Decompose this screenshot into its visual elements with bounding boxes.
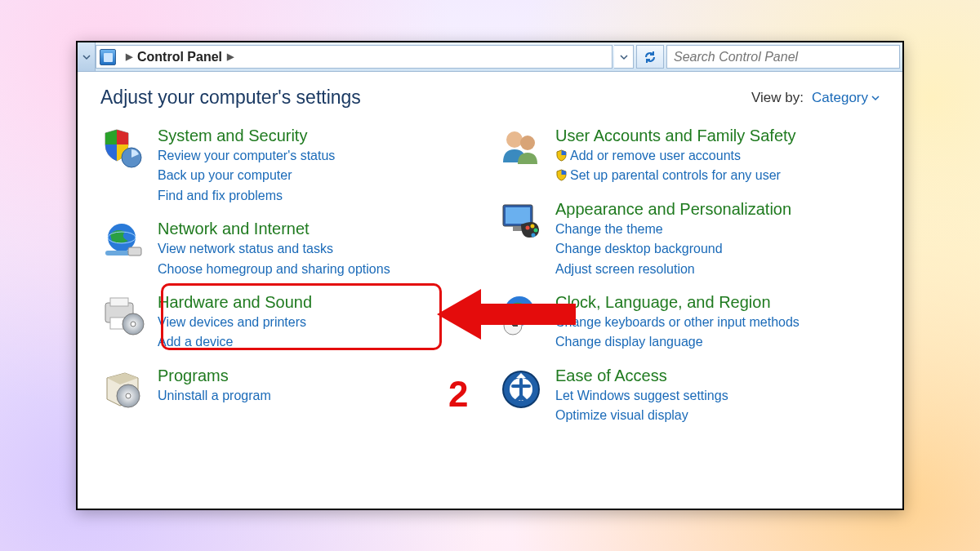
category-clock-language-region: Clock, Language, and Region Change keybo… bbox=[498, 293, 880, 352]
svg-point-12 bbox=[506, 131, 523, 148]
chevron-right-icon: ▶ bbox=[126, 51, 132, 62]
refresh-icon bbox=[644, 51, 657, 64]
svg-point-19 bbox=[534, 228, 538, 232]
content-area: Adjust your computer's settings View by:… bbox=[78, 72, 902, 509]
category-ease-of-access: Ease of Access Let Windows suggest setti… bbox=[498, 367, 880, 425]
category-link[interactable]: Back up your computer bbox=[158, 167, 335, 184]
chevron-down-icon bbox=[620, 53, 628, 61]
breadcrumb-location: Control Panel bbox=[137, 50, 222, 64]
category-column-right: User Accounts and Family Safety Add or r… bbox=[498, 127, 880, 425]
search-input[interactable] bbox=[674, 50, 893, 64]
address-bar: ▶ Control Panel ▶ bbox=[78, 42, 902, 72]
category-title[interactable]: Ease of Access bbox=[555, 367, 728, 385]
category-title[interactable]: Network and Internet bbox=[158, 220, 390, 238]
control-panel-icon bbox=[100, 49, 116, 65]
page-title: Adjust your computer's settings bbox=[100, 87, 361, 109]
box-disc-icon bbox=[100, 367, 146, 412]
category-link[interactable]: Change the theme bbox=[555, 220, 791, 238]
globe-clock-icon bbox=[498, 293, 544, 339]
category-link[interactable]: Review your computer's status bbox=[158, 147, 335, 165]
svg-rect-15 bbox=[506, 207, 530, 224]
category-link[interactable]: View devices and printers bbox=[158, 313, 312, 331]
category-title[interactable]: Hardware and Sound bbox=[158, 293, 312, 312]
monitor-palette-icon bbox=[498, 200, 544, 246]
shield-chart-icon bbox=[100, 127, 146, 172]
category-hardware-sound: Hardware and Sound View devices and prin… bbox=[100, 293, 482, 352]
category-network-internet: Network and Internet View network status… bbox=[100, 220, 482, 278]
svg-point-20 bbox=[532, 233, 536, 237]
category-programs: Programs Uninstall a program bbox=[100, 367, 482, 412]
globe-network-icon bbox=[100, 220, 146, 265]
view-by-label: View by: bbox=[751, 90, 804, 106]
category-title[interactable]: System and Security bbox=[158, 127, 335, 145]
svg-rect-4 bbox=[128, 247, 141, 256]
category-title[interactable]: Clock, Language, and Region bbox=[555, 293, 800, 312]
people-icon bbox=[498, 127, 544, 172]
svg-rect-3 bbox=[105, 251, 131, 256]
chevron-right-icon: ▶ bbox=[227, 51, 234, 62]
chevron-down-icon bbox=[871, 94, 880, 102]
category-link[interactable]: Choose homegroup and sharing options bbox=[158, 260, 390, 278]
search-box[interactable] bbox=[666, 45, 900, 69]
nav-back-dropdown[interactable] bbox=[78, 42, 96, 71]
view-by: View by: Category bbox=[751, 90, 880, 106]
location-dropdown[interactable] bbox=[614, 45, 634, 69]
category-link[interactable]: Adjust screen resolution bbox=[555, 260, 791, 278]
category-column-left: System and Security Review your computer… bbox=[100, 127, 482, 425]
category-link[interactable]: Add or remove user accounts bbox=[555, 147, 796, 165]
category-link[interactable]: Find and fix problems bbox=[158, 187, 335, 205]
category-link[interactable]: Change keyboards or other input methods bbox=[555, 313, 800, 331]
category-grid: System and Security Review your computer… bbox=[100, 127, 880, 425]
category-link[interactable]: Change desktop background bbox=[555, 240, 791, 258]
category-title[interactable]: Appearance and Personalization bbox=[555, 200, 791, 219]
svg-point-17 bbox=[526, 225, 530, 229]
svg-point-11 bbox=[126, 393, 131, 398]
category-user-accounts: User Accounts and Family Safety Add or r… bbox=[498, 127, 880, 185]
category-title[interactable]: Programs bbox=[158, 367, 271, 385]
category-link[interactable]: Uninstall a program bbox=[158, 387, 271, 405]
svg-point-9 bbox=[131, 322, 136, 327]
category-link[interactable]: Add a device bbox=[158, 333, 312, 351]
category-link[interactable]: Change display language bbox=[555, 333, 800, 351]
chevron-down-icon bbox=[82, 53, 91, 61]
category-system-security: System and Security Review your computer… bbox=[100, 127, 482, 205]
category-link[interactable]: Let Windows suggest settings bbox=[555, 387, 728, 405]
svg-point-18 bbox=[531, 224, 535, 228]
svg-point-13 bbox=[520, 136, 535, 150]
refresh-button[interactable] bbox=[636, 45, 664, 69]
category-link[interactable]: Set up parental controls for any user bbox=[555, 167, 796, 184]
control-panel-window: ▶ Control Panel ▶ Adjust your computer's… bbox=[76, 41, 904, 510]
view-by-dropdown[interactable]: Category bbox=[812, 90, 880, 106]
ease-of-access-icon bbox=[498, 367, 544, 412]
location-breadcrumb[interactable]: ▶ Control Panel ▶ bbox=[96, 45, 612, 69]
printer-disc-icon bbox=[100, 293, 146, 339]
category-link[interactable]: View network status and tasks bbox=[158, 240, 390, 258]
category-title[interactable]: User Accounts and Family Safety bbox=[555, 127, 796, 145]
uac-shield-icon bbox=[555, 149, 568, 161]
category-link[interactable]: Optimize visual display bbox=[555, 407, 728, 424]
uac-shield-icon bbox=[555, 168, 568, 180]
svg-rect-6 bbox=[110, 298, 128, 306]
category-appearance: Appearance and Personalization Change th… bbox=[498, 200, 880, 278]
view-by-value: Category bbox=[812, 90, 868, 106]
